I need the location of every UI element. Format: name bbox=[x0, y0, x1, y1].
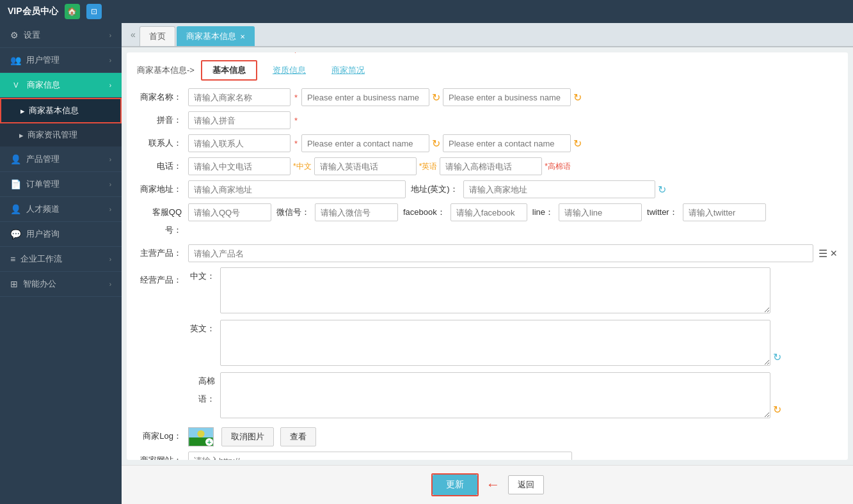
merchant-name-en2-input[interactable] bbox=[443, 88, 571, 106]
biz-product-row: 经营产品： 中文： 英文： ↻ 高棉语： bbox=[137, 267, 838, 422]
pinyin-input[interactable] bbox=[188, 111, 291, 129]
phone-en-input[interactable] bbox=[314, 157, 417, 175]
phone-km-input[interactable] bbox=[440, 157, 542, 175]
line-input[interactable] bbox=[559, 203, 642, 221]
main-product-fields: ☰ ✕ bbox=[188, 244, 838, 262]
chevron-right-icon5: › bbox=[109, 181, 111, 188]
sidebar-item-merchant-data[interactable]: ▸ 商家资讯管理 bbox=[0, 123, 122, 147]
home-button[interactable]: 🏠 bbox=[65, 4, 80, 19]
contact-en1-input[interactable] bbox=[301, 134, 429, 152]
website-fields bbox=[188, 452, 838, 460]
qq-input[interactable] bbox=[188, 203, 271, 221]
sidebar-item-user-mgmt[interactable]: 👥 用户管理 › bbox=[0, 48, 122, 73]
biz-zh-row: 中文： bbox=[188, 267, 838, 313]
sidebar-item-merchant-info[interactable]: V 商家信息 › bbox=[0, 73, 122, 98]
clear-icon[interactable]: ✕ bbox=[830, 248, 838, 258]
refresh-icon-2[interactable]: ↻ bbox=[573, 91, 582, 104]
phone-km-badge: *高棉语 bbox=[545, 161, 571, 172]
pinyin-row: 拼音： * bbox=[137, 111, 838, 129]
tab-merchant-label: 商家基本信息 bbox=[186, 31, 236, 42]
chevron-right-icon2: › bbox=[109, 57, 111, 64]
refresh-icon-biz-km[interactable]: ↻ bbox=[773, 404, 781, 416]
sidebar-item-talent[interactable]: 👤 人才频道 › bbox=[0, 197, 122, 222]
address-en-input[interactable] bbox=[463, 180, 655, 198]
sidebar-item-product-mgmt[interactable]: 👤 产品管理 › bbox=[0, 147, 122, 172]
breadcrumb: 商家基本信息-> bbox=[137, 65, 195, 76]
sidebar-item-smart-office[interactable]: ⊞ 智能办公 › bbox=[0, 272, 122, 297]
breadcrumb-row: 商家基本信息-> 基本信息 资质信息 商家简况 ↓ bbox=[137, 60, 838, 81]
smart-office-icon: ⊞ bbox=[10, 279, 18, 289]
sidebar-label-merchant-info: 商家信息 bbox=[27, 79, 60, 91]
sidebar-label-user-consult: 用户咨询 bbox=[26, 228, 60, 240]
bullet-icon2: ▸ bbox=[19, 130, 24, 140]
contact-fields: * ↻ ↻ bbox=[188, 134, 838, 152]
sub-tab-qualification[interactable]: 资质信息 bbox=[262, 61, 316, 79]
tab-bar: « 首页 商家基本信息 ✕ bbox=[122, 23, 853, 47]
sidebar-label-smart-office: 智能办公 bbox=[23, 278, 56, 290]
refresh-icon-4[interactable]: ↻ bbox=[573, 138, 582, 150]
order-icon: 📄 bbox=[10, 179, 21, 189]
refresh-icon-address[interactable]: ↻ bbox=[658, 184, 666, 196]
contact-zh-input[interactable] bbox=[188, 134, 291, 152]
tab-close-icon[interactable]: ✕ bbox=[240, 33, 245, 40]
main-product-input[interactable] bbox=[188, 244, 813, 262]
merchant-name-label: 商家名称： bbox=[137, 88, 188, 106]
arrow-annotation-update: ← bbox=[486, 476, 500, 493]
sub-tab-profile[interactable]: 商家简况 bbox=[321, 61, 375, 79]
biz-product-fields: 中文： 英文： ↻ 高棉语： ↻ bbox=[188, 267, 838, 422]
back-button[interactable]: 返回 bbox=[508, 475, 544, 494]
website-input[interactable] bbox=[188, 452, 572, 460]
biz-product-label: 经营产品： bbox=[137, 267, 188, 289]
chat-icon: 💬 bbox=[10, 229, 21, 239]
screen-button[interactable]: ⊡ bbox=[86, 4, 102, 19]
biz-zh-label: 中文： bbox=[188, 267, 220, 285]
view-button[interactable]: 查看 bbox=[280, 427, 316, 446]
merchant-name-fields: * ↻ ↻ bbox=[188, 88, 838, 106]
tab-home[interactable]: 首页 bbox=[140, 26, 175, 46]
sidebar-item-enterprise[interactable]: ≡ 企业工作流 › bbox=[0, 247, 122, 272]
svg-point-3 bbox=[197, 430, 204, 437]
main-product-label: 主营产品： bbox=[137, 244, 188, 262]
wechat-input[interactable] bbox=[315, 203, 398, 221]
merchant-name-en1-input[interactable] bbox=[301, 88, 429, 106]
refresh-icon-biz-en[interactable]: ↻ bbox=[773, 351, 781, 363]
sidebar-item-user-consult[interactable]: 💬 用户咨询 bbox=[0, 222, 122, 247]
sidebar-label-merchant-basic: 商家基本信息 bbox=[29, 105, 79, 116]
refresh-icon-3[interactable]: ↻ bbox=[432, 138, 440, 150]
sidebar-item-order-mgmt[interactable]: 📄 订单管理 › bbox=[0, 172, 122, 197]
list-icon[interactable]: ☰ bbox=[818, 248, 827, 260]
cancel-img-button[interactable]: 取消图片 bbox=[221, 427, 274, 446]
phone-zh-input[interactable] bbox=[188, 157, 291, 175]
qq-label: 客服QQ号： bbox=[137, 203, 188, 239]
sub-tab-basic[interactable]: 基本信息 bbox=[202, 61, 256, 79]
chevron-right-icon8: › bbox=[109, 281, 111, 288]
address-row: 商家地址： 地址(英文)： ↻ bbox=[137, 180, 838, 198]
address-label: 商家地址： bbox=[137, 180, 188, 198]
facebook-input[interactable] bbox=[450, 203, 527, 221]
qq-fields: 微信号： facebook： line： twitter： bbox=[188, 203, 838, 221]
merchant-name-zh-input[interactable] bbox=[188, 88, 291, 106]
address-zh-input[interactable] bbox=[188, 180, 406, 198]
sidebar-item-merchant-basic[interactable]: ▸ 商家基本信息 bbox=[0, 98, 122, 123]
update-button[interactable]: 更新 bbox=[433, 475, 477, 495]
twitter-input[interactable] bbox=[683, 203, 766, 221]
chevron-right-icon7: › bbox=[109, 256, 111, 263]
chevron-right-icon3: › bbox=[109, 82, 111, 89]
contact-en2-input[interactable] bbox=[443, 134, 571, 152]
tab-nav-back[interactable]: « bbox=[127, 29, 140, 40]
sidebar-label-user-mgmt: 用户管理 bbox=[26, 54, 60, 66]
content-area: « 首页 商家基本信息 ✕ 商家基本信息-> 基本信息 资质信息 商家简况 bbox=[122, 23, 853, 504]
page-content: 商家基本信息-> 基本信息 资质信息 商家简况 ↓ 商家名称： bbox=[127, 52, 848, 460]
chevron-right-icon4: › bbox=[109, 156, 111, 163]
tab-merchant-basic[interactable]: 商家基本信息 ✕ bbox=[177, 26, 255, 46]
sidebar: ⚙ 设置 › 👥 用户管理 › V 商家信息 › ▸ 商家基本信息 bbox=[0, 23, 122, 504]
sidebar-item-settings[interactable]: ⚙ 设置 › bbox=[0, 23, 122, 48]
arrow-annotation-subtab: ↓ bbox=[292, 52, 299, 56]
topbar: VIP会员中心 🏠 ⊡ bbox=[0, 0, 853, 23]
required-star-2: * bbox=[294, 116, 298, 125]
refresh-icon-1[interactable]: ↻ bbox=[432, 91, 440, 104]
product-icon: 👤 bbox=[10, 154, 21, 164]
biz-zh-textarea[interactable] bbox=[220, 267, 770, 313]
biz-km-textarea[interactable] bbox=[220, 372, 770, 418]
biz-en-textarea[interactable] bbox=[220, 320, 770, 366]
